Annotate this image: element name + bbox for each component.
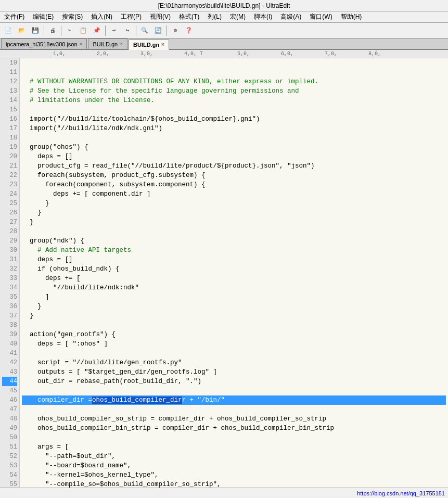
paste-button[interactable]: 📌 xyxy=(91,24,103,37)
help-button[interactable]: ❓ xyxy=(183,24,195,37)
code-line-37: action("gen_rootfs") { xyxy=(22,330,446,339)
line-num-28: 28 xyxy=(2,227,17,236)
code-line-40: script = "//build/lite/gen_rootfs.py" xyxy=(22,358,446,367)
print-button[interactable]: 🖨 xyxy=(46,24,59,37)
line-num-44: 44 xyxy=(2,377,17,386)
line-num-42: 42 xyxy=(2,358,17,367)
line-num-40: 40 xyxy=(2,339,17,349)
line-numbers: 1011121314151617181920212223242526272829… xyxy=(0,58,20,488)
menu-item-n[interactable]: 插入(N) xyxy=(87,11,117,22)
status-text: https://blog.csdn.net/qq_31755181 xyxy=(357,490,445,496)
settings-button[interactable]: ⚙ xyxy=(169,24,182,37)
ruler: 1,0, 2,0, 3,0, 4,0, T 5,0, 6,0, 7,0, 8,0… xyxy=(0,50,448,58)
copy-button[interactable]: 📋 xyxy=(77,24,89,37)
menu-item-p[interactable]: 工程(P) xyxy=(117,11,146,22)
line-num-30: 30 xyxy=(2,246,17,255)
open-button[interactable]: 📂 xyxy=(16,24,28,37)
code-line-38: deps = [ ":ohos" ] xyxy=(22,339,446,349)
tab-0[interactable]: ipcamera_hi3518ev300.json× xyxy=(1,39,87,49)
undo-button[interactable]: ↩ xyxy=(108,24,120,37)
search-button[interactable]: 🔍 xyxy=(138,24,151,37)
line-num-37: 37 xyxy=(2,311,17,321)
highlighted-word: ohos_build_compiler_dir xyxy=(92,397,182,404)
line-num-29: 29 xyxy=(2,236,17,246)
menu-item-l[interactable]: 列(L) xyxy=(203,11,226,22)
line-num-43: 43 xyxy=(2,367,17,377)
line-num-50: 50 xyxy=(2,433,17,442)
tab-close-1[interactable]: × xyxy=(120,41,123,47)
menu-item-e[interactable]: 编辑(E) xyxy=(29,11,58,22)
line-num-47: 47 xyxy=(2,405,17,414)
code-area: 1011121314151617181920212223242526272829… xyxy=(0,58,448,488)
code-line-51: "--board=$board_name", xyxy=(22,461,446,470)
separator3 xyxy=(105,25,106,36)
code-line-21: foreach(component, subsystem.component) … xyxy=(22,180,446,189)
code-line-30: if (ohos_build_ndk) { xyxy=(22,264,446,274)
line-num-52: 52 xyxy=(2,452,17,461)
separator2 xyxy=(61,25,61,36)
menu-item-f[interactable]: 文件(F) xyxy=(0,11,29,22)
new-button[interactable]: 📄 xyxy=(2,24,15,37)
code-line-29: deps = [] xyxy=(22,255,446,264)
title-text: [E:\01harmonyos\build\lite\BUILD.gn] - U… xyxy=(158,2,290,9)
menu-item-s[interactable]: 搜索(S) xyxy=(58,11,87,22)
menu-bar: 文件(F)编辑(E)搜索(S)插入(N)工程(P)视图(V)格式(T)列(L)宏… xyxy=(0,11,448,23)
menu-item-t[interactable]: 格式(T) xyxy=(175,11,203,22)
line-num-34: 34 xyxy=(2,283,17,292)
code-line-25: } xyxy=(22,218,446,227)
line-num-19: 19 xyxy=(2,143,17,152)
menu-item-h[interactable]: 帮助(H) xyxy=(337,11,366,22)
save-button[interactable]: 💾 xyxy=(29,24,42,37)
line-num-35: 35 xyxy=(2,292,17,302)
cut-button[interactable]: ✂ xyxy=(63,24,76,37)
menu-item-w[interactable]: 窗口(W) xyxy=(305,11,336,22)
tab-close-2[interactable]: × xyxy=(161,42,164,47)
code-line-24: } xyxy=(22,208,446,218)
code-line-46: ohos_build_compiler_so_strip = compiler_… xyxy=(22,414,446,424)
code-line-12: # limitations under the License. xyxy=(22,96,446,105)
code-line-31: deps += [ xyxy=(22,274,446,283)
line-num-36: 36 xyxy=(2,302,17,311)
line-num-26: 26 xyxy=(2,208,17,218)
code-line-47: ohos_build_compiler_bin_strip = compiler… xyxy=(22,424,446,433)
separator5 xyxy=(167,25,167,36)
menu-item-v[interactable]: 视图(V) xyxy=(146,11,175,22)
line-num-13: 13 xyxy=(2,86,17,96)
code-line-15: import("//build/lite/ndk/ndk.gni") xyxy=(22,124,446,133)
line-num-10: 10 xyxy=(2,58,17,68)
code-line-34: } xyxy=(22,302,446,311)
menu-item-a[interactable]: 高级(A) xyxy=(276,11,305,22)
line-num-49: 49 xyxy=(2,424,17,433)
line-num-53: 53 xyxy=(2,461,17,470)
code-line-48 xyxy=(22,433,446,442)
replace-button[interactable]: 🔄 xyxy=(152,24,164,37)
code-line-28: # Add native API targets xyxy=(22,246,446,255)
tab-2[interactable]: BUILD.gn× xyxy=(129,40,169,50)
code-line-22: deps += [ component.dir ] xyxy=(22,189,446,199)
code-content[interactable]: # WITHOUT WARRANTIES OR CONDITIONS OF AN… xyxy=(20,58,448,488)
line-num-20: 20 xyxy=(2,152,17,161)
line-num-16: 16 xyxy=(2,114,17,124)
line-num-22: 22 xyxy=(2,171,17,180)
redo-button[interactable]: ↪ xyxy=(121,24,134,37)
code-line-44: compiler_dir =ohos_build_compiler_dirr +… xyxy=(22,395,446,405)
toolbar: 📄 📂 💾 🖨 ✂ 📋 📌 ↩ ↪ 🔍 🔄 ⚙ ❓ xyxy=(0,23,448,39)
line-num-12: 12 xyxy=(2,77,17,86)
tab-close-0[interactable]: × xyxy=(80,41,83,47)
line-num-46: 46 xyxy=(2,395,17,405)
line-num-45: 45 xyxy=(2,386,17,395)
code-line-32: "//build/lite/ndk:ndk" xyxy=(22,283,446,292)
code-line-41: outputs = [ "$target_gen_dir/gen_rootfs.… xyxy=(22,367,446,377)
status-bar: https://blog.csdn.net/qq_31755181 xyxy=(0,488,448,498)
line-num-55: 55 xyxy=(2,480,17,488)
line-num-23: 23 xyxy=(2,180,17,189)
code-line-53: "--compile_so=$ohos_build_compiler_so_st… xyxy=(22,480,446,488)
tab-label-2: BUILD.gn xyxy=(133,42,159,48)
menu-item-m[interactable]: 宏(M) xyxy=(226,11,250,22)
line-num-33: 33 xyxy=(2,274,17,283)
code-line-16 xyxy=(22,133,446,143)
menu-item-i[interactable]: 脚本(I) xyxy=(250,11,276,22)
code-line-19: product_cfg = read_file("//build/lite/pr… xyxy=(22,161,446,171)
tab-1[interactable]: BUILD.gn× xyxy=(88,39,127,49)
ruler-text: 1,0, 2,0, 3,0, 4,0, T 5,0, 6,0, 7,0, 8,0… xyxy=(22,51,381,57)
